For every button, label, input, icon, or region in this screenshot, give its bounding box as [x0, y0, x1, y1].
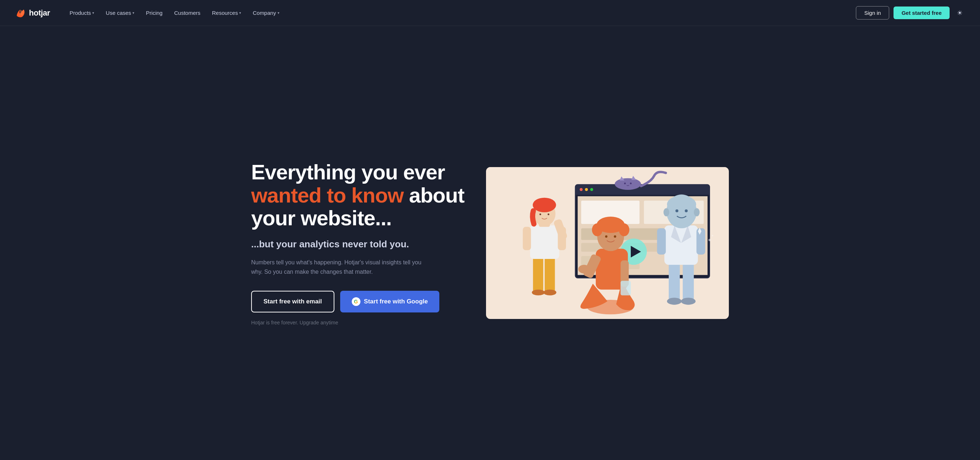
hero-section: Everything you ever wanted to know about…: [237, 26, 743, 460]
svg-rect-49: [683, 260, 694, 301]
hero-svg: [486, 167, 729, 319]
hero-description: Numbers tell you what's happening. Hotja…: [251, 258, 425, 276]
nav-item-use-cases[interactable]: Use cases ▾: [100, 7, 139, 19]
nav-item-products[interactable]: Products ▾: [64, 7, 99, 19]
svg-point-57: [685, 209, 687, 212]
chevron-down-icon: ▾: [132, 11, 134, 15]
nav-item-company[interactable]: Company ▾: [248, 7, 284, 19]
svg-point-59: [694, 208, 700, 217]
svg-point-47: [578, 265, 590, 273]
svg-rect-48: [669, 260, 680, 301]
svg-point-6: [590, 188, 593, 191]
logo-icon: [14, 7, 26, 19]
svg-point-4: [580, 188, 583, 191]
nav-item-pricing[interactable]: Pricing: [141, 7, 167, 19]
navbar: hotjar Products ▾ Use cases ▾ Pricing Cu…: [0, 0, 980, 26]
logo[interactable]: hotjar: [14, 7, 50, 19]
svg-point-60: [667, 298, 681, 305]
svg-point-20: [624, 182, 626, 184]
google-icon: G: [352, 297, 360, 306]
hero-subheading: ...but your analytics never told you.: [251, 238, 464, 251]
chevron-down-icon: ▾: [239, 11, 241, 15]
get-started-button[interactable]: Get started free: [894, 6, 950, 19]
svg-point-63: [712, 235, 713, 236]
svg-point-30: [533, 198, 556, 212]
svg-rect-22: [533, 255, 543, 293]
hero-buttons: Start free with email G Start free with …: [251, 291, 464, 312]
svg-point-41: [619, 224, 629, 236]
start-email-button[interactable]: Start free with email: [251, 291, 334, 312]
svg-point-42: [605, 235, 607, 238]
nav-actions: Sign in Get started free ☀: [856, 6, 966, 19]
hero-footnote: Hotjar is free forever. Upgrade anytime: [251, 320, 464, 325]
signin-button[interactable]: Sign in: [856, 6, 889, 19]
svg-rect-51: [657, 228, 666, 255]
svg-point-15: [615, 178, 641, 190]
svg-rect-23: [545, 255, 555, 293]
svg-rect-24: [530, 226, 560, 259]
theme-toggle-button[interactable]: ☀: [954, 7, 966, 19]
svg-point-40: [592, 224, 603, 236]
svg-rect-50: [665, 226, 698, 265]
svg-point-61: [681, 298, 695, 305]
start-google-button[interactable]: G Start free with Google: [340, 291, 440, 312]
logo-text: hotjar: [29, 8, 50, 18]
svg-point-5: [585, 188, 588, 191]
svg-point-58: [663, 208, 669, 217]
svg-point-34: [544, 290, 556, 295]
svg-point-32: [547, 214, 549, 216]
svg-point-31: [539, 214, 541, 216]
svg-rect-45: [620, 281, 631, 295]
svg-rect-3: [575, 190, 710, 195]
nav-links: Products ▾ Use cases ▾ Pricing Customers…: [64, 7, 856, 19]
hero-heading: Everything you ever wanted to know about…: [251, 160, 464, 230]
svg-point-62: [709, 239, 711, 241]
svg-point-56: [675, 209, 678, 212]
hero-illustration: [486, 167, 729, 319]
hero-content: Everything you ever wanted to know about…: [251, 160, 464, 325]
svg-point-33: [532, 290, 545, 295]
nav-item-customers[interactable]: Customers: [169, 7, 205, 19]
chevron-down-icon: ▾: [92, 11, 94, 15]
svg-rect-25: [523, 227, 531, 251]
chevron-down-icon: ▾: [278, 11, 279, 15]
illustration-container: [486, 167, 729, 319]
nav-item-resources[interactable]: Resources ▾: [207, 7, 247, 19]
svg-point-21: [630, 182, 632, 184]
svg-point-43: [614, 235, 616, 238]
svg-point-55: [667, 196, 696, 213]
